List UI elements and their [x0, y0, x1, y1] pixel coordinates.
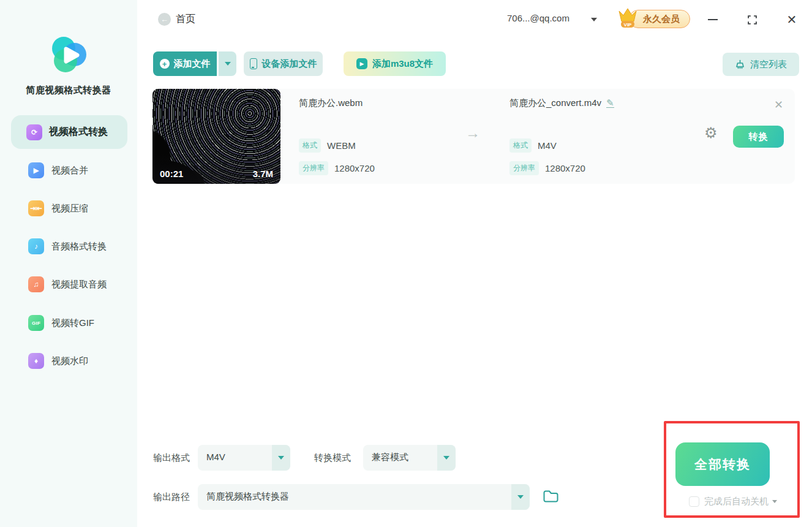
convert-mode-select[interactable]: 兼容模式: [363, 445, 456, 471]
maximize-icon: [748, 15, 757, 25]
select-arrow-zone[interactable]: [272, 445, 290, 471]
output-file-name: 简鹿办公_convert.m4v✎: [509, 97, 614, 109]
video-duration: 00:21: [160, 169, 183, 179]
convert-mode-value: 兼容模式: [372, 452, 408, 463]
chevron-down-icon: [517, 495, 524, 499]
extract-audio-icon: ♫: [28, 276, 44, 292]
sidebar-item-watermark[interactable]: ♦ 视频水印: [28, 352, 137, 370]
format-tag: 格式: [299, 138, 321, 153]
video-merge-icon: ▶: [28, 162, 44, 178]
output-format-value: M4V: [206, 452, 225, 462]
sidebar-item-label: 视频水印: [51, 355, 88, 367]
close-button[interactable]: ✕: [785, 13, 799, 26]
minimize-icon: [708, 19, 718, 20]
sidebar-item-label: 视频转GIF: [51, 317, 94, 329]
shutdown-label: 完成后自动关机: [704, 496, 769, 507]
back-arrow-icon: ←: [160, 15, 168, 24]
convert-item-button[interactable]: 转换: [733, 126, 784, 148]
resolution-tag: 分辨率: [509, 161, 539, 175]
file-row: 00:21 3.7M 简鹿办公.webm 格式 WEBM 分辨率 1280x72…: [152, 89, 795, 184]
app-logo-icon: [49, 34, 88, 74]
output-path-label: 输出路径: [153, 491, 190, 503]
audio-convert-icon: ♪: [28, 238, 44, 254]
sidebar: 简鹿视频格式转换器 ⟳ 视频格式转换 ▶ 视频合并 ⇥⇤ 视频压缩 ♪ 音频格式…: [0, 0, 137, 527]
sidebar-item-video-to-gif[interactable]: GIF 视频转GIF: [28, 314, 137, 332]
sidebar-item-label: 视频提取音频: [51, 279, 107, 290]
back-button[interactable]: ←: [158, 13, 171, 26]
select-arrow-zone[interactable]: [511, 484, 530, 510]
output-resolution-value: 1280x720: [545, 163, 585, 173]
output-format-label: 输出格式: [153, 452, 190, 464]
shutdown-dropdown-icon[interactable]: [772, 500, 777, 503]
video-compress-icon: ⇥⇤: [28, 200, 44, 216]
convert-direction-arrow-icon: →: [465, 124, 480, 142]
m3u8-file-icon: ▶: [356, 58, 367, 69]
source-format-value: WEBM: [327, 140, 356, 151]
add-from-device-label: 设备添加文件: [262, 58, 317, 70]
app-window: 简鹿视频格式转换器 ⟳ 视频格式转换 ▶ 视频合并 ⇥⇤ 视频压缩 ♪ 音频格式…: [0, 0, 812, 527]
shutdown-checkbox[interactable]: [689, 496, 699, 507]
page-title: 首页: [176, 13, 195, 26]
minimize-button[interactable]: [706, 13, 720, 26]
video-convert-icon: ⟳: [26, 124, 42, 140]
output-format-select[interactable]: M4V: [198, 445, 290, 471]
add-from-device-button[interactable]: 设备添加文件: [244, 51, 323, 76]
remove-item-icon[interactable]: ✕: [774, 98, 783, 112]
sidebar-item-audio-convert[interactable]: ♪ 音频格式转换: [28, 237, 137, 256]
account-dropdown-icon[interactable]: [591, 18, 597, 21]
broom-icon: [735, 59, 745, 70]
convert-all-button[interactable]: 全部转换: [675, 442, 770, 486]
svg-text:VIP: VIP: [624, 22, 633, 28]
output-path-value: 简鹿视频格式转换器: [206, 491, 289, 502]
shutdown-after-option[interactable]: 完成后自动关机: [689, 496, 777, 507]
resolution-tag: 分辨率: [299, 161, 328, 175]
watermark-icon: ♦: [28, 353, 44, 369]
output-format-value: M4V: [538, 140, 557, 151]
sidebar-item-video-compress[interactable]: ⇥⇤ 视频压缩: [28, 199, 137, 218]
sidebar-item-label: 视频格式转换: [49, 126, 108, 138]
phone-icon: [250, 58, 257, 69]
rename-edit-icon[interactable]: ✎: [606, 99, 614, 108]
video-thumbnail[interactable]: 00:21 3.7M: [152, 89, 280, 184]
add-file-label: 添加文件: [174, 58, 211, 70]
output-path-select[interactable]: 简鹿视频格式转换器: [198, 484, 530, 510]
sidebar-item-extract-audio[interactable]: ♫ 视频提取音频: [28, 275, 137, 294]
browse-folder-icon[interactable]: [543, 488, 559, 503]
clear-list-button[interactable]: 清空列表: [723, 53, 799, 76]
item-settings-gear-icon[interactable]: ⚙: [704, 124, 718, 142]
video-to-gif-icon: GIF: [28, 315, 44, 331]
sidebar-item-label: 视频压缩: [51, 203, 88, 214]
format-tag: 格式: [509, 138, 532, 153]
source-resolution-value: 1280x720: [334, 163, 375, 173]
app-title: 简鹿视频格式转换器: [0, 85, 137, 96]
maximize-button[interactable]: [745, 13, 759, 26]
close-icon: ✕: [787, 12, 797, 27]
source-file-name: 简鹿办公.webm: [299, 97, 363, 109]
convert-mode-label: 转换模式: [314, 452, 351, 464]
chevron-down-icon: [278, 456, 284, 460]
add-m3u8-button[interactable]: ▶ 添加m3u8文件: [344, 51, 446, 76]
chevron-down-icon: [443, 456, 449, 460]
add-file-dropdown-button[interactable]: [219, 51, 236, 76]
sidebar-item-label: 视频合并: [51, 165, 88, 176]
add-file-button[interactable]: + 添加文件: [153, 51, 217, 76]
sidebar-item-video-merge[interactable]: ▶ 视频合并: [28, 161, 137, 180]
video-size: 3.7M: [253, 169, 273, 179]
sidebar-item-label: 音频格式转换: [51, 241, 107, 252]
account-email[interactable]: 706...@qq.com: [507, 13, 570, 23]
add-m3u8-label: 添加m3u8文件: [372, 58, 433, 70]
crown-icon: VIP: [615, 6, 640, 30]
select-arrow-zone[interactable]: [437, 445, 456, 471]
output-file-name-text: 简鹿办公_convert.m4v: [509, 97, 601, 108]
plus-icon: +: [160, 59, 170, 69]
sidebar-item-video-convert[interactable]: ⟳ 视频格式转换: [11, 115, 127, 149]
chevron-down-icon: [225, 62, 231, 66]
clear-list-label: 清空列表: [750, 59, 787, 70]
